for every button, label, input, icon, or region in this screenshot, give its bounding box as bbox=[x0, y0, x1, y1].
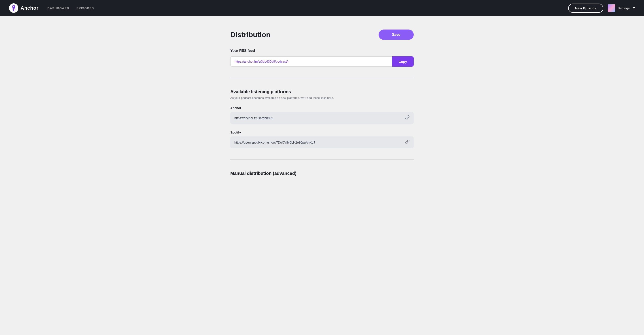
logo-area: Anchor bbox=[9, 3, 38, 13]
page-title: Distribution bbox=[230, 31, 270, 39]
platform-spotify-url: https://open.spotify.com/show/7DuCVffv6L… bbox=[234, 141, 402, 144]
rss-section-label: Your RSS feed bbox=[230, 49, 414, 53]
platform-spotify-row: https://open.spotify.com/show/7DuCVffv6L… bbox=[230, 136, 414, 148]
section-divider-2 bbox=[230, 160, 414, 160]
settings-area[interactable]: Settings bbox=[608, 4, 635, 12]
platform-anchor-row: https://anchor.fm/sarah8999 bbox=[230, 112, 414, 124]
available-platforms-subtitle: As your podcast becomes available on new… bbox=[230, 96, 414, 100]
rss-url-input[interactable] bbox=[230, 56, 392, 67]
manual-distribution-section: Manual distribution (advanced) bbox=[230, 171, 414, 176]
avatar bbox=[608, 4, 616, 12]
settings-label: Settings bbox=[618, 6, 630, 10]
svg-point-2 bbox=[13, 6, 14, 7]
nav-left: Anchor DASHBOARD EPISODES bbox=[9, 3, 94, 13]
save-button[interactable]: Save bbox=[378, 30, 414, 40]
main-content: Distribution Save Your RSS feed Copy Ava… bbox=[222, 16, 422, 200]
platform-anchor-group: Anchor https://anchor.fm/sarah8999 bbox=[230, 106, 414, 124]
platform-spotify-group: Spotify https://open.spotify.com/show/7D… bbox=[230, 130, 414, 148]
nav-links: DASHBOARD EPISODES bbox=[48, 6, 94, 10]
nav-right: New Episode Settings bbox=[568, 4, 635, 13]
platform-spotify-label: Spotify bbox=[230, 130, 414, 134]
nav-episodes[interactable]: EPISODES bbox=[76, 6, 94, 10]
available-platforms-section: Available listening platforms As your po… bbox=[230, 89, 414, 148]
available-platforms-title: Available listening platforms bbox=[230, 89, 414, 94]
logo-text: Anchor bbox=[20, 5, 38, 11]
spotify-link-icon[interactable] bbox=[405, 140, 410, 145]
navbar: Anchor DASHBOARD EPISODES New Episode Se… bbox=[0, 0, 644, 16]
nav-dashboard[interactable]: DASHBOARD bbox=[48, 6, 69, 10]
rss-feed-row: Copy bbox=[230, 56, 414, 67]
chevron-down-icon bbox=[633, 8, 635, 9]
new-episode-button[interactable]: New Episode bbox=[568, 4, 603, 13]
anchor-logo-icon bbox=[9, 3, 18, 13]
platform-anchor-label: Anchor bbox=[230, 106, 414, 110]
manual-distribution-title: Manual distribution (advanced) bbox=[230, 171, 414, 176]
copy-button[interactable]: Copy bbox=[392, 56, 414, 67]
anchor-link-icon[interactable] bbox=[405, 115, 410, 121]
rss-feed-section: Your RSS feed Copy bbox=[230, 49, 414, 67]
page-header: Distribution Save bbox=[230, 30, 414, 40]
section-divider-1 bbox=[230, 78, 414, 78]
platform-anchor-url: https://anchor.fm/sarah8999 bbox=[234, 116, 402, 120]
